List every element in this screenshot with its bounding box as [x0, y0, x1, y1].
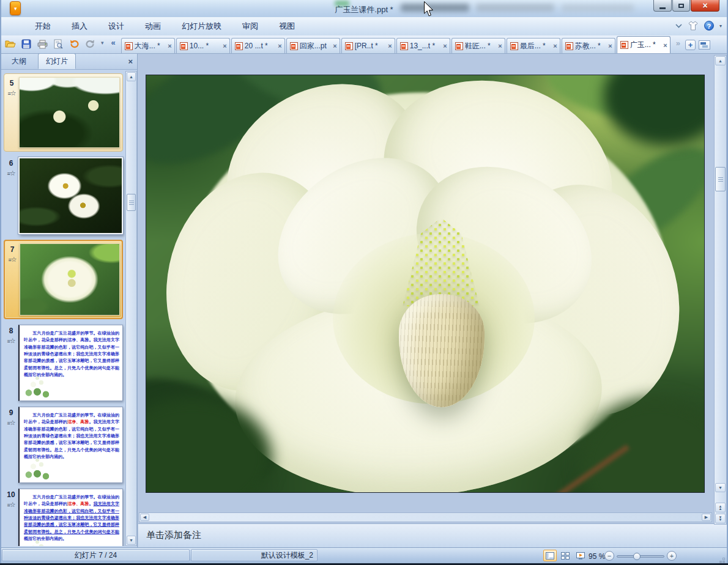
new-tab-icon[interactable]: + [685, 40, 696, 50]
zoom-in-button[interactable]: + [667, 551, 677, 561]
doc-tab-2[interactable]: 10... * × [176, 38, 230, 53]
slide-sorter-view-button[interactable] [559, 550, 572, 561]
close-icon[interactable]: × [608, 42, 612, 50]
menu-view[interactable]: 视图 [269, 18, 305, 34]
animation-indicator-icon[interactable]: ≡☆ [4, 501, 18, 509]
slide-canvas[interactable] [146, 75, 705, 493]
slide-thumbnail-8[interactable]: 8 ≡☆ 五六月份是广玉兰花盛开的季节。在绿油油的叶丛中，花朵是那样的洁净、高雅… [4, 325, 123, 401]
ppt-file-icon [290, 42, 298, 50]
ppt-file-icon [345, 42, 353, 50]
toolbar-more-icon[interactable]: ▾ [100, 40, 105, 49]
thumbnail-scrollbar[interactable]: ▲ ▼ [125, 71, 137, 546]
minimize-button[interactable] [653, 0, 672, 12]
blurred-watermark [335, 1, 349, 6]
scroll-up-icon[interactable]: ▲ [127, 72, 136, 81]
slide-number: 10 [4, 490, 18, 499]
close-icon[interactable]: × [663, 42, 667, 49]
more-options-icon[interactable]: ▾ [719, 23, 722, 29]
close-icon[interactable]: × [223, 42, 226, 50]
menu-insert[interactable]: 插入 [61, 18, 98, 34]
doc-tab-label: 13_...t * [410, 42, 442, 50]
doc-tab-active[interactable]: 广玉... * × [617, 36, 670, 53]
doc-tab-3[interactable]: 20 ...t * × [231, 38, 285, 53]
close-icon[interactable]: × [498, 42, 502, 50]
slide-thumbnail-7-selected[interactable]: 7 ≡☆ [4, 240, 123, 319]
title-bar: WPS 演示 ▾ 广玉兰课件.ppt * × [0, 0, 728, 17]
doc-tab-9[interactable]: 苏教... * × [562, 38, 615, 53]
save-icon[interactable] [21, 39, 32, 50]
slide-thumbnail-9[interactable]: 9 ≡☆ 五六月份是广玉兰花盛开的季节。在绿油油的叶丛中，花朵是那样的洁净、高雅… [4, 407, 123, 483]
scroll-right-icon[interactable]: ▶ [702, 514, 711, 521]
next-slide-button[interactable]: ▼▼ [715, 514, 726, 523]
ppt-file-icon [455, 42, 463, 50]
maximize-button[interactable] [672, 0, 690, 12]
normal-view-button[interactable] [543, 550, 557, 561]
scroll-up-icon[interactable]: ▲ [715, 56, 726, 65]
redo-icon[interactable] [84, 39, 95, 50]
animation-indicator-icon[interactable]: ≡☆ [4, 337, 18, 345]
help-icon[interactable]: ? [704, 21, 714, 31]
main-vertical-scrollbar[interactable]: ▲ ▼ ▲▲ ▼▼ [714, 55, 727, 525]
template-name[interactable]: 默认设计模板_2 [191, 549, 318, 561]
document-tab-strip: 大海... * × 10... * × 20 ...t * × 回家...pt … [121, 35, 672, 53]
slide-thumbnail-6[interactable]: 6 ≡☆ [4, 157, 123, 234]
doc-tab-5[interactable]: [PR..t * × [341, 38, 395, 53]
animation-indicator-icon[interactable]: ≡☆ [5, 256, 20, 264]
undo-icon[interactable] [69, 39, 80, 50]
doc-tab-8[interactable]: 最后... * × [507, 38, 560, 53]
close-icon[interactable]: × [553, 42, 557, 50]
scroll-tabs-right-icon[interactable]: » [674, 39, 682, 51]
close-panel-icon[interactable]: × [128, 57, 133, 66]
tab-outline[interactable]: 大纲 [4, 53, 34, 69]
close-window-button[interactable]: × [691, 0, 719, 12]
collapse-ribbon-icon[interactable] [675, 24, 682, 28]
menu-bar: 开始 插入 设计 动画 幻灯片放映 审阅 视图 [0, 17, 728, 35]
print-icon[interactable] [37, 39, 48, 50]
scrollbar-thumb[interactable] [715, 167, 726, 191]
tab-list-icon[interactable] [699, 40, 710, 50]
animation-indicator-icon[interactable]: ≡☆ [4, 89, 19, 97]
doc-tab-6[interactable]: 13_...t * × [396, 38, 450, 53]
slide-thumbnail-5[interactable]: 5 ≡☆ [4, 73, 123, 152]
animation-indicator-icon[interactable]: ≡☆ [4, 419, 18, 427]
notes-placeholder[interactable]: 单击添加备注 [138, 524, 728, 541]
menu-animation[interactable]: 动画 [135, 18, 171, 34]
slideshow-button[interactable] [574, 550, 587, 561]
menu-design[interactable]: 设计 [98, 18, 135, 34]
print-preview-icon[interactable] [53, 39, 64, 50]
close-icon[interactable]: × [388, 42, 392, 50]
doc-tab-label: [PR..t * [355, 42, 387, 50]
doc-tab-label: 广玉... * [630, 40, 662, 50]
notes-pane[interactable]: 单击添加备注 [138, 523, 728, 547]
close-icon[interactable]: × [443, 42, 447, 50]
slide-thumbnail-10[interactable]: 10 ≡☆ 五六月份是广玉兰花盛开的季节。在绿油油的叶丛中，花朵是那样的洁净、高… [4, 489, 123, 546]
doc-tab-4[interactable]: 回家...pt × [286, 38, 340, 53]
scroll-down-icon[interactable]: ▼ [127, 536, 136, 545]
open-file-icon[interactable] [5, 39, 16, 50]
zoom-slider[interactable] [617, 555, 664, 558]
skin-icon[interactable] [688, 21, 699, 31]
slide-number: 7 [5, 245, 20, 254]
maximize-icon [678, 4, 684, 8]
animation-indicator-icon[interactable]: ≡☆ [4, 169, 18, 177]
menu-slideshow[interactable]: 幻灯片放映 [171, 18, 232, 34]
scroll-left-icon[interactable]: ◀ [140, 514, 149, 521]
doc-tab-1[interactable]: 大海... * × [121, 38, 175, 53]
previous-slide-button[interactable]: ▲▲ [715, 503, 726, 512]
scrollbar-thumb[interactable] [127, 194, 136, 211]
resize-grip[interactable] [723, 558, 724, 559]
slide-thumbnail-image [20, 243, 120, 316]
zoom-slider-thumb[interactable] [633, 553, 641, 560]
menu-home[interactable]: 开始 [24, 18, 61, 34]
close-icon[interactable]: × [168, 42, 171, 50]
doc-tab-7[interactable]: 鞋匠... * × [451, 38, 505, 53]
menu-review[interactable]: 审阅 [232, 18, 269, 34]
close-icon[interactable]: × [333, 42, 336, 50]
zoom-out-button[interactable]: − [604, 551, 614, 561]
tab-slides[interactable]: 幻灯片 [38, 53, 76, 69]
close-icon[interactable]: × [278, 42, 281, 50]
main-horizontal-scrollbar[interactable]: ◀ ▶ [139, 512, 712, 522]
slide-thumbnail-image [18, 157, 123, 234]
scroll-down-icon[interactable]: ▼ [715, 483, 726, 492]
scroll-tabs-left-icon[interactable]: « [110, 38, 117, 50]
